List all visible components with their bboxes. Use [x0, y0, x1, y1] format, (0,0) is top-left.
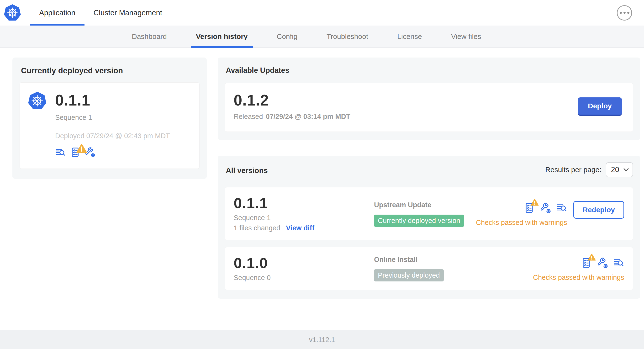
available-updates-title: Available Updates — [226, 66, 633, 75]
tab-cluster-management-label: Cluster Management — [94, 8, 162, 17]
version-source-label: Upstream Update — [374, 201, 476, 209]
results-per-page-select[interactable]: 20 — [606, 162, 633, 177]
current-version-sequence: Sequence 1 — [55, 114, 170, 122]
results-per-page: Results per page: 20 — [545, 162, 633, 177]
row-sequence: Sequence 0 — [234, 274, 374, 282]
version-history-page: Currently deployed version 0.1.1 Sequenc… — [0, 48, 644, 330]
config-icon[interactable] — [597, 257, 608, 268]
all-versions-title: All versions — [226, 166, 268, 175]
current-version-number: 0.1.1 — [55, 92, 170, 108]
version-row: 0.1.0 Sequence 0 Online Install Previous… — [225, 247, 633, 290]
warning-triangle-icon — [530, 198, 539, 206]
admin-console: Application Cluster Management Dashboard… — [0, 0, 644, 349]
files-changed-label: 1 files changed — [234, 224, 280, 232]
redeploy-button[interactable]: Redeploy — [573, 201, 624, 219]
top-nav-tabs: Application Cluster Management — [30, 0, 171, 26]
tab-dashboard[interactable]: Dashboard — [127, 26, 172, 48]
ellipsis-icon — [620, 12, 622, 14]
app-icon-kubernetes — [28, 91, 47, 158]
kubernetes-logo — [3, 4, 22, 22]
currently-deployed-title: Currently deployed version — [21, 66, 200, 75]
tab-application[interactable]: Application — [30, 0, 84, 26]
all-versions-card: All versions Results per page: 20 0.1.1 … — [218, 156, 640, 299]
tab-application-label: Application — [39, 8, 76, 17]
version-source-label: Online Install — [374, 256, 533, 264]
results-per-page-label: Results per page: — [545, 166, 601, 174]
preflight-checks-warning-icon[interactable] — [524, 202, 535, 214]
available-updates-card: Available Updates 0.1.2 Released 07/29/2… — [218, 58, 640, 140]
current-version-deployed-timestamp: Deployed 07/29/24 @ 02:43 pm MDT — [55, 132, 170, 140]
update-released-timestamp: Released 07/29/24 @ 03:14 pm MDT — [234, 113, 350, 120]
top-nav: Application Cluster Management — [0, 0, 644, 26]
version-diff-icon[interactable] — [556, 202, 567, 214]
deploy-button[interactable]: Deploy — [578, 98, 622, 116]
row-version-number: 0.1.0 — [234, 256, 374, 270]
currently-deployed-version-card: 0.1.1 Sequence 1 Deployed 07/29/24 @ 02:… — [20, 82, 200, 169]
view-diff-link[interactable]: View diff — [286, 224, 314, 232]
version-diff-icon[interactable] — [613, 257, 624, 268]
currently-deployed-card: Currently deployed version 0.1.1 Sequenc… — [12, 58, 207, 179]
warning-triangle-icon — [588, 254, 596, 261]
updates-and-versions-section: Available Updates 0.1.2 Released 07/29/2… — [218, 58, 640, 299]
tab-troubleshoot[interactable]: Troubleshoot — [322, 26, 373, 48]
status-badge: Currently deployed version — [374, 214, 464, 227]
available-update-row: 0.1.2 Released 07/29/24 @ 03:14 pm MDT D… — [225, 83, 633, 132]
chevron-down-icon — [624, 168, 629, 172]
version-diff-icon[interactable] — [55, 147, 66, 158]
row-sequence: Sequence 1 — [234, 214, 374, 222]
overflow-menu-button[interactable] — [617, 5, 632, 20]
update-version-number: 0.1.2 — [234, 92, 350, 108]
footer: v1.112.1 — [0, 330, 644, 349]
app-sub-nav: Dashboard Version history Config Trouble… — [0, 26, 644, 48]
preflight-status-text[interactable]: Checks passed with warnings — [533, 274, 624, 282]
tab-config[interactable]: Config — [272, 26, 303, 48]
console-version: v1.112.1 — [309, 336, 335, 344]
config-icon[interactable] — [540, 202, 551, 214]
preflight-checks-warning-icon[interactable] — [581, 257, 592, 268]
status-badge: Previously deployed — [374, 269, 444, 282]
warning-triangle-icon — [76, 143, 84, 151]
version-row: 0.1.1 Sequence 1 1 files changed View di… — [225, 187, 633, 240]
tab-version-history[interactable]: Version history — [191, 26, 253, 48]
currently-deployed-section: Currently deployed version 0.1.1 Sequenc… — [12, 58, 207, 179]
row-version-number: 0.1.1 — [234, 196, 374, 210]
preflight-status-text[interactable]: Checks passed with warnings — [476, 219, 567, 226]
tab-view-files[interactable]: View files — [446, 26, 486, 48]
tab-license[interactable]: License — [392, 26, 427, 48]
tab-cluster-management[interactable]: Cluster Management — [84, 0, 172, 26]
preflight-checks-warning-icon[interactable] — [70, 147, 80, 158]
